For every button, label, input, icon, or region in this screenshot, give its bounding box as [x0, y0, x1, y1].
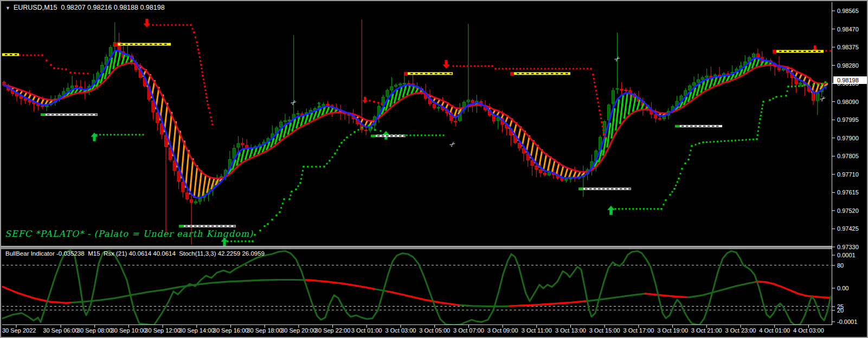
- time-axis-label: 30 Sep 06:00: [43, 327, 78, 334]
- time-axis-label: 3 Oct 07:00: [453, 327, 484, 334]
- price-axis-tick-label: 0.97995: [837, 116, 859, 123]
- price-axis-tick-label: 0.97900: [837, 135, 859, 141]
- rsx-line-falling: [1, 286, 70, 303]
- sell-arrow-icon: [362, 97, 368, 103]
- price-axis-tick-label: 0.98090: [837, 99, 859, 105]
- subwindow-layer: [1, 250, 831, 325]
- time-axis-label: 30 Sep 20:00: [281, 327, 316, 334]
- price-axis-tick-label: 0.97805: [837, 153, 859, 159]
- time-axis-label: 3 Oct 05:00: [419, 327, 450, 334]
- subwindow-axis-label: 0.00: [837, 285, 848, 291]
- sell-arrow-icon: [442, 60, 449, 69]
- time-axis-label: 30 Sep 10:00: [111, 327, 146, 334]
- time-axis-label: 3 Oct 23:00: [725, 327, 756, 334]
- price-axis-tick-label: 0.98375: [837, 44, 859, 50]
- time-axis-label: 30 Sep 14:00: [179, 327, 214, 334]
- time-axis-label: 3 Oct 15:00: [589, 327, 620, 334]
- subwindow-axis-label: 0.0001: [837, 252, 856, 258]
- time-axis-label: 30 Sep 18:00: [247, 327, 282, 334]
- time-axis-label: 30 Sep 12:00: [145, 327, 180, 334]
- subwindow-indicator-label: BullBear Indicator -0.035238 M15 Rsx (21…: [5, 250, 265, 257]
- price-axis-tick-label: 0.98470: [837, 26, 859, 32]
- time-axis-label: 3 Oct 09:00: [487, 327, 518, 334]
- close-scissors-icon: ✂: [818, 94, 828, 104]
- rsx-line-falling: [510, 301, 586, 306]
- close-scissors-icon: ✂: [613, 54, 622, 64]
- buy-arrow-icon: [607, 206, 615, 215]
- price-axis-tick-label: 0.98280: [837, 62, 859, 69]
- close-scissors-icon: ✂: [448, 139, 458, 150]
- price-axis-tick-label: 0.97615: [837, 189, 859, 196]
- price-axis-tick-label: 0.97425: [837, 225, 859, 232]
- time-axis-label: 3 Oct 21:00: [691, 327, 722, 334]
- time-axis-label: 30 Sep 22:00: [315, 327, 350, 334]
- price-axis-tick-label: 0.97710: [837, 171, 859, 178]
- subwindow-axis-label: 20: [837, 307, 844, 314]
- rsx-line: [1, 280, 831, 307]
- checkpoint-cross-icon: †: [317, 100, 320, 108]
- mt4-chart-window: ✂✂✂✂† ▼EURUSD,M15 0.98207 0.98216 0.9818…: [0, 0, 868, 338]
- rsx-line-falling: [756, 282, 830, 298]
- time-axis-label: 3 Oct 11:00: [522, 327, 552, 334]
- rsx-line-falling: [387, 291, 459, 305]
- symbol-dropdown-icon[interactable]: ▼: [5, 5, 10, 11]
- trailing-stops-layer: [19, 19, 832, 246]
- subwindow-bottom-frame: [2, 324, 832, 325]
- time-axis-label: 4 Oct 03:00: [793, 327, 824, 334]
- chart-canvas[interactable]: ✂✂✂✂†: [1, 1, 868, 338]
- price-axis-tick-label: 0.98565: [837, 8, 859, 14]
- subwindow-axis-label: -0.0001: [837, 318, 857, 325]
- chart-title: ▼EURUSD,M15 0.98207 0.98216 0.98188 0.98…: [5, 4, 165, 11]
- subwindow-axis-label: 80: [837, 262, 844, 269]
- time-axis-label: 3 Oct 17:00: [623, 327, 654, 334]
- current-price-badge: 0.98198: [833, 76, 868, 84]
- main-chart-layer: ✂✂✂✂†: [2, 19, 832, 246]
- time-axis-label: 3 Oct 13:00: [555, 327, 586, 334]
- time-axis-label: 30 Sep 16:00: [213, 327, 248, 334]
- time-axis-label: 3 Oct 03:00: [385, 327, 416, 334]
- time-axis-label: 30 Sep 2022: [2, 327, 36, 334]
- time-axis-label: 3 Oct 01:00: [351, 327, 382, 334]
- sell-arrow-icon: [143, 19, 150, 28]
- sefc-watermark: SEFC *PALATO* - (Palato = Under earth Ki…: [5, 229, 253, 239]
- ohlc-quote-line: 0.98207 0.98216 0.98188 0.98198: [61, 4, 164, 11]
- price-axis-separator: [832, 2, 832, 325]
- candles-layer: [3, 20, 827, 245]
- time-axis-label: 30 Sep 08:00: [77, 327, 112, 334]
- time-axis-label: 4 Oct 01:00: [759, 327, 790, 334]
- window-divider[interactable]: [1, 246, 832, 249]
- rsx-line-falling: [645, 294, 686, 297]
- price-axis-tick-label: 0.97330: [837, 244, 859, 250]
- time-axis-label: 3 Oct 19:00: [657, 327, 688, 334]
- rsx-line-falling: [305, 280, 374, 289]
- stoch-line: [1, 250, 831, 325]
- symbol-period-label: EURUSD,M15: [14, 4, 57, 11]
- close-scissors-icon: ✂: [289, 98, 299, 108]
- price-axis-tick-label: 0.97520: [837, 207, 859, 214]
